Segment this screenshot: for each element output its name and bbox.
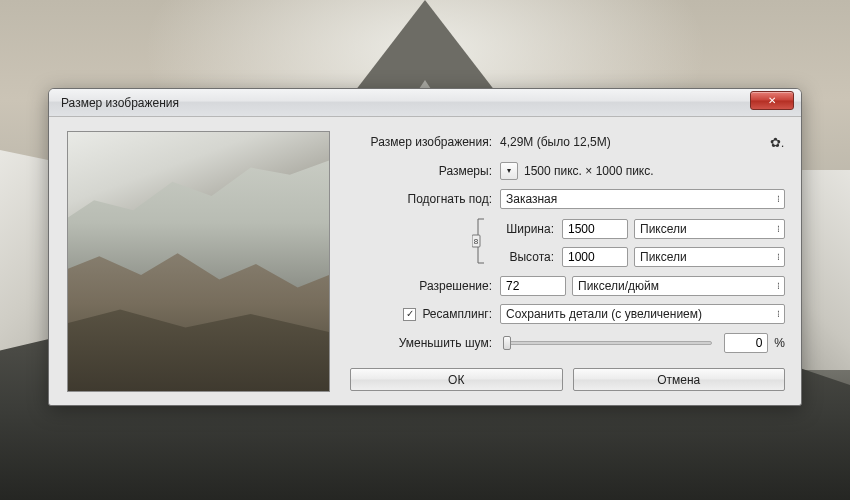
preview-thumbnail[interactable] [67, 131, 330, 392]
height-unit-value: Пиксели [640, 250, 687, 264]
chevron-updown-icon: ⁞ [777, 252, 780, 262]
chevron-down-icon: ▾ [507, 166, 511, 175]
svg-text:8: 8 [474, 237, 479, 246]
dialog-title: Размер изображения [61, 96, 179, 110]
width-unit-value: Пиксели [640, 222, 687, 236]
fit-to-select[interactable]: Заказная ⁞ [500, 189, 785, 209]
gear-icon: ✿. [770, 135, 785, 150]
resample-label: Ресамплинг: [422, 307, 492, 321]
resolution-unit-select[interactable]: Пиксели/дюйм ⁞ [572, 276, 785, 296]
resample-method-select[interactable]: Сохранить детали (с увеличением) ⁞ [500, 304, 785, 324]
height-input[interactable] [562, 247, 628, 267]
fit-to-value: Заказная [506, 192, 557, 206]
reduce-noise-slider[interactable] [506, 341, 712, 345]
width-label: Ширина: [500, 222, 562, 236]
resample-method-value: Сохранить детали (с увеличением) [506, 307, 702, 321]
reduce-noise-unit: % [774, 336, 785, 350]
resolution-unit-value: Пиксели/дюйм [578, 279, 659, 293]
reduce-noise-input[interactable] [724, 333, 768, 353]
settings-gear-button[interactable]: ✿. [767, 133, 787, 151]
form-panel: ✿. Размер изображения: 4,29M (было 12,5M… [350, 131, 785, 391]
dimensions-unit-toggle[interactable]: ▾ [500, 162, 518, 180]
image-size-dialog: Размер изображения ✕ ✿. Размер изображен… [48, 88, 802, 406]
slider-thumb[interactable] [503, 336, 511, 350]
image-size-value: 4,29M (было 12,5M) [500, 135, 611, 149]
chevron-updown-icon: ⁞ [777, 224, 780, 234]
titlebar[interactable]: Размер изображения ✕ [49, 89, 801, 117]
resample-checkbox[interactable] [403, 308, 416, 321]
resolution-input[interactable] [500, 276, 566, 296]
height-label: Высота: [500, 250, 562, 264]
constrain-proportions-toggle[interactable]: 8 [472, 215, 486, 267]
width-unit-select[interactable]: Пиксели ⁞ [634, 219, 785, 239]
dimensions-value: 1500 пикс. × 1000 пикс. [524, 164, 654, 178]
chevron-updown-icon: ⁞ [777, 194, 780, 204]
fit-to-label: Подогнать под: [350, 192, 500, 206]
width-input[interactable] [562, 219, 628, 239]
ok-button[interactable]: ОК [350, 368, 563, 391]
dimensions-label: Размеры: [350, 164, 500, 178]
close-button[interactable]: ✕ [750, 91, 794, 110]
cancel-button[interactable]: Отмена [573, 368, 786, 391]
resolution-label: Разрешение: [350, 279, 500, 293]
reduce-noise-label: Уменьшить шум: [350, 336, 500, 350]
ok-button-label: ОК [448, 373, 464, 387]
chevron-updown-icon: ⁞ [777, 309, 780, 319]
height-unit-select[interactable]: Пиксели ⁞ [634, 247, 785, 267]
chevron-updown-icon: ⁞ [777, 281, 780, 291]
close-icon: ✕ [768, 95, 776, 106]
image-size-label: Размер изображения: [350, 135, 500, 149]
cancel-button-label: Отмена [657, 373, 700, 387]
